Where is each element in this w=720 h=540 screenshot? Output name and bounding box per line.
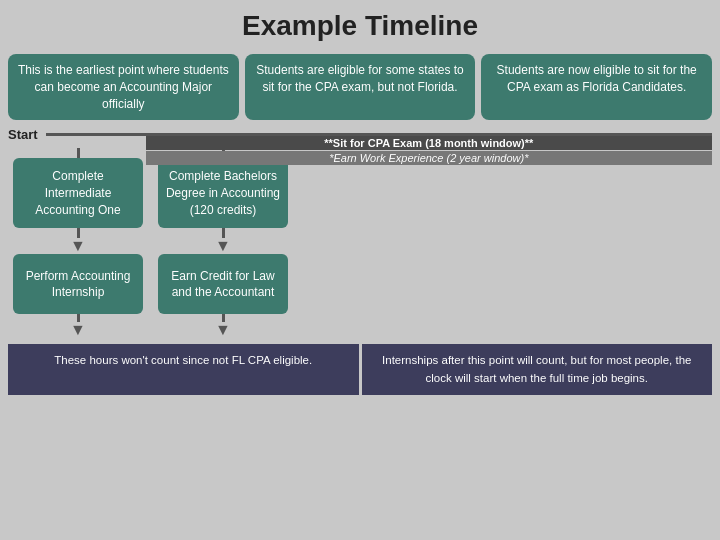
- box-eligible-some: Students are eligible for some states to…: [245, 54, 476, 120]
- top-boxes-row: This is the earliest point where student…: [0, 54, 720, 120]
- footer-left-box: These hours won't count since not FL CPA…: [8, 344, 359, 395]
- complete-bachelors-box: Complete Bachelors Degree in Accounting …: [158, 158, 288, 228]
- start-label: Start: [8, 127, 38, 142]
- perform-internship-box: Perform Accounting Internship: [13, 254, 143, 314]
- arrow-down-3: ▼: [70, 322, 86, 338]
- page-title: Example Timeline: [0, 0, 720, 50]
- earn-credit-law-box: Earn Credit for Law and the Accountant: [158, 254, 288, 314]
- box-eligible-fl: Students are now eligible to sit for the…: [481, 54, 712, 120]
- page: Example Timeline This is the earliest po…: [0, 0, 720, 540]
- timeline-bar: **Sit for CPA Exam (18 month window)** *…: [46, 133, 712, 136]
- cpa-window-label: **Sit for CPA Exam (18 month window)**: [146, 136, 712, 150]
- arrow-down-1: ▼: [70, 238, 86, 254]
- cpa-overlay: **Sit for CPA Exam (18 month window)** *…: [46, 136, 712, 165]
- arrow-down-4: ▼: [215, 322, 231, 338]
- footer-right-box: Internships after this point will count,…: [362, 344, 713, 395]
- work-window-label: *Earn Work Experience (2 year window)*: [146, 151, 712, 165]
- timeline-start-row: Start **Sit for CPA Exam (18 month windo…: [0, 122, 720, 146]
- complete-intermediate-box: Complete Intermediate Accounting One: [13, 158, 143, 228]
- box-earliest: This is the earliest point where student…: [8, 54, 239, 120]
- arrow-down-2: ▼: [215, 238, 231, 254]
- footer-row: These hours won't count since not FL CPA…: [0, 344, 720, 395]
